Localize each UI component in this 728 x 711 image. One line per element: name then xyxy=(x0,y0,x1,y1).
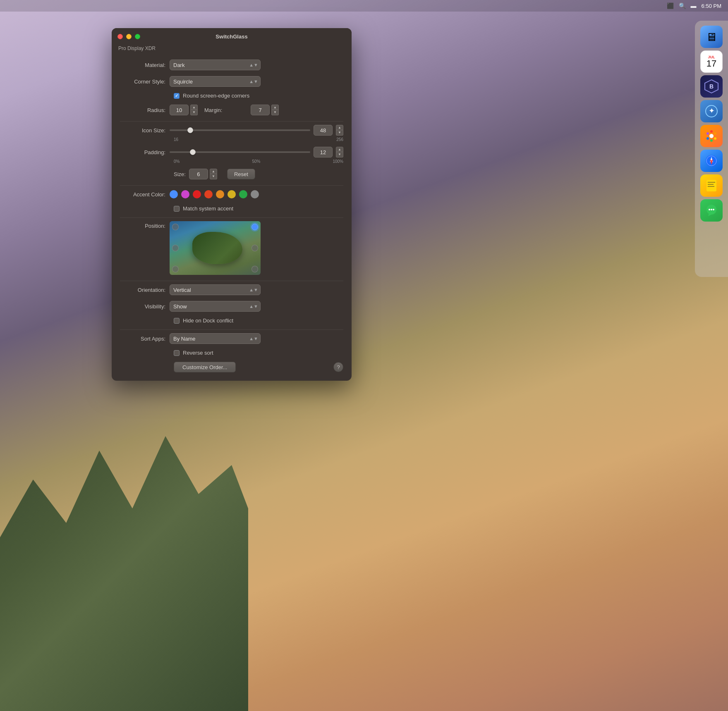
accent-color-picker xyxy=(170,190,259,198)
position-dot-mid-left[interactable] xyxy=(172,245,179,251)
dock-photos[interactable] xyxy=(700,125,723,147)
size-input[interactable] xyxy=(189,169,208,179)
accent-color-yellow[interactable] xyxy=(228,190,236,198)
icon-size-increment-button[interactable]: ▲ xyxy=(336,125,343,130)
reset-button[interactable]: Reset xyxy=(227,169,255,179)
size-label: Size: xyxy=(174,171,186,177)
reverse-sort-label[interactable]: Reverse sort xyxy=(183,350,213,356)
sort-apps-label: Sort Apps: xyxy=(120,336,170,342)
margin-increment-button[interactable]: ▲ xyxy=(271,105,279,110)
dock-notes[interactable] xyxy=(700,174,723,197)
material-select-control: Dark Light Medium Thin Ultra Thin ▲▼ xyxy=(170,60,261,70)
position-dot-top-left[interactable] xyxy=(172,224,179,230)
icon-size-slider[interactable] xyxy=(170,129,310,131)
reverse-sort-row: Reverse sort xyxy=(120,350,343,356)
control-center-icon[interactable]: ⬛ xyxy=(667,2,674,9)
accent-color-orange[interactable] xyxy=(216,190,224,198)
svg-point-10 xyxy=(706,132,709,135)
dock-bbedit[interactable]: B xyxy=(700,75,723,98)
radius-decrement-button[interactable]: ▼ xyxy=(190,110,198,115)
svg-point-5 xyxy=(710,130,713,133)
margin-label: Margin: xyxy=(199,107,249,113)
match-system-checkbox[interactable] xyxy=(174,206,180,212)
position-dot-bottom-left[interactable] xyxy=(172,266,179,272)
icon-size-labels: 16 256 xyxy=(120,137,343,142)
sort-apps-select-control: By Name By Use Manual ▲▼ xyxy=(170,333,261,344)
material-row: Material: Dark Light Medium Thin Ultra T… xyxy=(120,60,343,70)
margin-input[interactable]: 7 xyxy=(251,105,270,115)
svg-point-6 xyxy=(714,132,716,135)
search-icon[interactable]: 🔍 xyxy=(679,2,686,9)
svg-point-7 xyxy=(714,137,716,140)
icon-size-stepper-buttons: ▲ ▼ xyxy=(336,125,343,136)
accent-color-green[interactable] xyxy=(239,190,247,198)
padding-increment-button[interactable]: ▲ xyxy=(336,147,343,152)
dock: 🖥 JUL 17 B ✦ xyxy=(695,21,728,277)
padding-slider-wrapper: ▲ ▼ xyxy=(170,147,343,157)
accent-color-purple[interactable] xyxy=(181,190,189,198)
window-minimize-button[interactable] xyxy=(126,34,132,39)
position-label: Position: xyxy=(120,221,170,229)
customize-order-button[interactable]: Customize Order... xyxy=(174,362,236,372)
dock-calendar[interactable]: JUL 17 xyxy=(700,50,723,73)
padding-input[interactable] xyxy=(314,147,333,157)
position-dot-top-right[interactable] xyxy=(251,224,258,230)
accent-color-gray[interactable] xyxy=(251,190,259,198)
visibility-label: Visibility: xyxy=(120,303,170,310)
padding-slider[interactable] xyxy=(170,151,310,153)
size-increment-button[interactable]: ▲ xyxy=(210,169,217,174)
menubar: ⬛ 🔍 ▬ 6:50 PM xyxy=(0,0,728,12)
icon-size-decrement-button[interactable]: ▼ xyxy=(336,130,343,136)
radius-increment-button[interactable]: ▲ xyxy=(190,105,198,110)
icon-size-row: Icon Size: ▲ ▼ xyxy=(120,125,343,136)
dock-finder[interactable]: 🖥 xyxy=(700,26,723,48)
visibility-select[interactable]: Show Auto-hide Always hide xyxy=(170,301,261,312)
icon-size-slider-wrapper: ▲ ▼ xyxy=(170,125,343,136)
hide-dock-label[interactable]: Hide on Dock conflict xyxy=(183,317,233,324)
switchglass-window: SwitchGlass Pro Display XDR Material: Da… xyxy=(112,28,352,381)
hide-dock-row: Hide on Dock conflict xyxy=(120,317,343,324)
window-titlebar: SwitchGlass xyxy=(112,28,352,45)
radius-label: Radius: xyxy=(120,107,170,113)
match-system-label[interactable]: Match system accent xyxy=(183,205,233,212)
accent-color-orange-red[interactable] xyxy=(204,190,213,198)
svg-point-8 xyxy=(710,139,713,142)
accent-color-blue[interactable] xyxy=(170,190,178,198)
accent-color-red[interactable] xyxy=(193,190,201,198)
round-corners-label[interactable]: Round screen-edge corners xyxy=(183,93,249,99)
dock-safari[interactable] xyxy=(700,150,723,172)
icon-size-max-label: 256 xyxy=(178,137,343,142)
menubar-clock: 6:50 PM xyxy=(702,3,721,9)
divider-3 xyxy=(120,217,343,218)
round-corners-checkbox[interactable] xyxy=(174,93,180,99)
divider-5 xyxy=(120,329,343,330)
margin-decrement-button[interactable]: ▼ xyxy=(271,110,279,115)
material-select[interactable]: Dark Light Medium Thin Ultra Thin xyxy=(170,60,261,70)
icon-size-input[interactable] xyxy=(314,125,333,136)
bottom-row: Customize Order... ? xyxy=(120,362,343,372)
svg-point-23 xyxy=(713,209,714,210)
dock-netnewswire[interactable]: ✦ xyxy=(700,100,723,122)
window-content: Material: Dark Light Medium Thin Ultra T… xyxy=(112,55,352,381)
corner-style-select-control: Squircle Rounded Sharp ▲▼ xyxy=(170,76,261,87)
battery-icon[interactable]: ▬ xyxy=(691,2,697,9)
corner-style-select[interactable]: Squircle Rounded Sharp xyxy=(170,76,261,87)
corner-style-label: Corner Style: xyxy=(120,79,170,85)
dock-messages[interactable] xyxy=(700,199,723,222)
reverse-sort-checkbox[interactable] xyxy=(174,350,180,356)
icon-size-label: Icon Size: xyxy=(120,127,170,134)
size-decrement-button[interactable]: ▼ xyxy=(210,174,217,179)
sort-apps-row: Sort Apps: By Name By Use Manual ▲▼ xyxy=(120,333,343,344)
radius-input[interactable]: 10 xyxy=(170,105,189,115)
position-dot-mid-right[interactable] xyxy=(251,245,258,251)
corner-style-row: Corner Style: Squircle Rounded Sharp ▲▼ xyxy=(120,76,343,87)
help-button[interactable]: ? xyxy=(333,362,343,372)
sort-apps-select[interactable]: By Name By Use Manual xyxy=(170,333,261,344)
position-dot-bottom-right[interactable] xyxy=(251,266,258,272)
hide-dock-checkbox[interactable] xyxy=(174,318,180,324)
orientation-select[interactable]: Vertical Horizontal xyxy=(170,284,261,295)
window-subtitle: Pro Display XDR xyxy=(112,45,352,55)
window-maximize-button[interactable] xyxy=(135,34,140,39)
padding-decrement-button[interactable]: ▼ xyxy=(336,152,343,157)
window-close-button[interactable] xyxy=(117,34,123,39)
